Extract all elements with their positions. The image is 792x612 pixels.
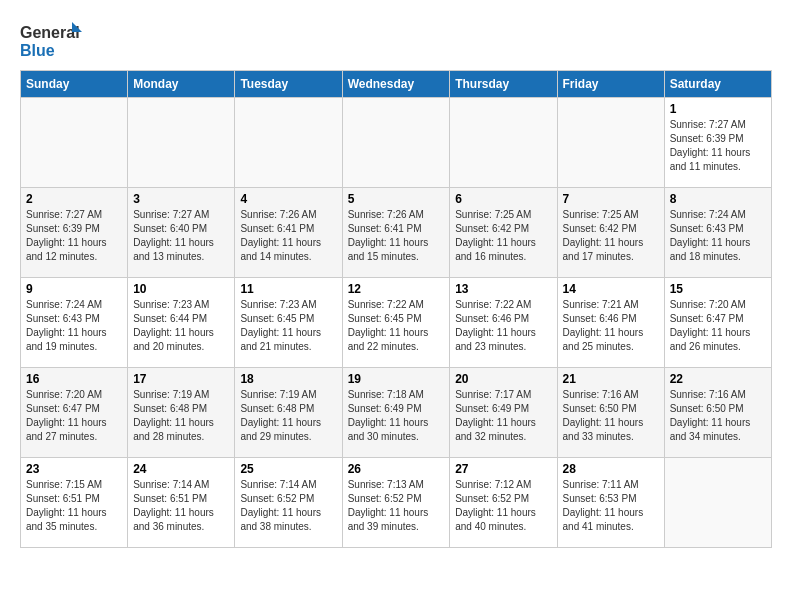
day-number: 11 xyxy=(240,282,336,296)
col-header-tuesday: Tuesday xyxy=(235,71,342,98)
calendar-cell: 19Sunrise: 7:18 AM Sunset: 6:49 PM Dayli… xyxy=(342,368,450,458)
calendar-cell: 15Sunrise: 7:20 AM Sunset: 6:47 PM Dayli… xyxy=(664,278,771,368)
day-info: Sunrise: 7:14 AM Sunset: 6:51 PM Dayligh… xyxy=(133,478,229,534)
calendar-cell: 24Sunrise: 7:14 AM Sunset: 6:51 PM Dayli… xyxy=(128,458,235,548)
day-info: Sunrise: 7:18 AM Sunset: 6:49 PM Dayligh… xyxy=(348,388,445,444)
day-number: 4 xyxy=(240,192,336,206)
calendar-cell xyxy=(235,98,342,188)
calendar-cell: 28Sunrise: 7:11 AM Sunset: 6:53 PM Dayli… xyxy=(557,458,664,548)
col-header-sunday: Sunday xyxy=(21,71,128,98)
day-info: Sunrise: 7:23 AM Sunset: 6:44 PM Dayligh… xyxy=(133,298,229,354)
day-info: Sunrise: 7:22 AM Sunset: 6:46 PM Dayligh… xyxy=(455,298,551,354)
day-number: 22 xyxy=(670,372,766,386)
calendar-cell: 13Sunrise: 7:22 AM Sunset: 6:46 PM Dayli… xyxy=(450,278,557,368)
svg-text:General: General xyxy=(20,24,80,41)
calendar-cell: 25Sunrise: 7:14 AM Sunset: 6:52 PM Dayli… xyxy=(235,458,342,548)
day-info: Sunrise: 7:25 AM Sunset: 6:42 PM Dayligh… xyxy=(455,208,551,264)
day-number: 28 xyxy=(563,462,659,476)
calendar-cell xyxy=(342,98,450,188)
calendar-cell: 14Sunrise: 7:21 AM Sunset: 6:46 PM Dayli… xyxy=(557,278,664,368)
calendar-cell xyxy=(557,98,664,188)
day-number: 15 xyxy=(670,282,766,296)
day-info: Sunrise: 7:13 AM Sunset: 6:52 PM Dayligh… xyxy=(348,478,445,534)
day-info: Sunrise: 7:12 AM Sunset: 6:52 PM Dayligh… xyxy=(455,478,551,534)
calendar-cell: 16Sunrise: 7:20 AM Sunset: 6:47 PM Dayli… xyxy=(21,368,128,458)
day-info: Sunrise: 7:26 AM Sunset: 6:41 PM Dayligh… xyxy=(348,208,445,264)
day-info: Sunrise: 7:21 AM Sunset: 6:46 PM Dayligh… xyxy=(563,298,659,354)
day-number: 20 xyxy=(455,372,551,386)
day-number: 7 xyxy=(563,192,659,206)
calendar-cell: 18Sunrise: 7:19 AM Sunset: 6:48 PM Dayli… xyxy=(235,368,342,458)
calendar-cell: 17Sunrise: 7:19 AM Sunset: 6:48 PM Dayli… xyxy=(128,368,235,458)
day-info: Sunrise: 7:22 AM Sunset: 6:45 PM Dayligh… xyxy=(348,298,445,354)
day-info: Sunrise: 7:11 AM Sunset: 6:53 PM Dayligh… xyxy=(563,478,659,534)
calendar-cell: 6Sunrise: 7:25 AM Sunset: 6:42 PM Daylig… xyxy=(450,188,557,278)
col-header-friday: Friday xyxy=(557,71,664,98)
calendar-cell: 20Sunrise: 7:17 AM Sunset: 6:49 PM Dayli… xyxy=(450,368,557,458)
calendar-week-5: 23Sunrise: 7:15 AM Sunset: 6:51 PM Dayli… xyxy=(21,458,772,548)
day-number: 9 xyxy=(26,282,122,296)
day-info: Sunrise: 7:24 AM Sunset: 6:43 PM Dayligh… xyxy=(670,208,766,264)
day-info: Sunrise: 7:16 AM Sunset: 6:50 PM Dayligh… xyxy=(563,388,659,444)
day-info: Sunrise: 7:25 AM Sunset: 6:42 PM Dayligh… xyxy=(563,208,659,264)
day-number: 23 xyxy=(26,462,122,476)
day-info: Sunrise: 7:16 AM Sunset: 6:50 PM Dayligh… xyxy=(670,388,766,444)
day-info: Sunrise: 7:27 AM Sunset: 6:39 PM Dayligh… xyxy=(26,208,122,264)
day-number: 27 xyxy=(455,462,551,476)
col-header-wednesday: Wednesday xyxy=(342,71,450,98)
calendar-cell: 21Sunrise: 7:16 AM Sunset: 6:50 PM Dayli… xyxy=(557,368,664,458)
calendar-cell: 12Sunrise: 7:22 AM Sunset: 6:45 PM Dayli… xyxy=(342,278,450,368)
day-number: 10 xyxy=(133,282,229,296)
calendar-cell: 10Sunrise: 7:23 AM Sunset: 6:44 PM Dayli… xyxy=(128,278,235,368)
day-number: 21 xyxy=(563,372,659,386)
calendar-cell: 23Sunrise: 7:15 AM Sunset: 6:51 PM Dayli… xyxy=(21,458,128,548)
day-number: 14 xyxy=(563,282,659,296)
day-info: Sunrise: 7:19 AM Sunset: 6:48 PM Dayligh… xyxy=(240,388,336,444)
day-number: 13 xyxy=(455,282,551,296)
calendar-cell xyxy=(664,458,771,548)
col-header-thursday: Thursday xyxy=(450,71,557,98)
calendar-week-2: 2Sunrise: 7:27 AM Sunset: 6:39 PM Daylig… xyxy=(21,188,772,278)
svg-text:Blue: Blue xyxy=(20,42,55,59)
calendar-header-row: SundayMondayTuesdayWednesdayThursdayFrid… xyxy=(21,71,772,98)
day-number: 8 xyxy=(670,192,766,206)
day-info: Sunrise: 7:23 AM Sunset: 6:45 PM Dayligh… xyxy=(240,298,336,354)
calendar-cell: 1Sunrise: 7:27 AM Sunset: 6:39 PM Daylig… xyxy=(664,98,771,188)
calendar-week-3: 9Sunrise: 7:24 AM Sunset: 6:43 PM Daylig… xyxy=(21,278,772,368)
day-number: 17 xyxy=(133,372,229,386)
day-info: Sunrise: 7:15 AM Sunset: 6:51 PM Dayligh… xyxy=(26,478,122,534)
calendar-cell: 3Sunrise: 7:27 AM Sunset: 6:40 PM Daylig… xyxy=(128,188,235,278)
day-info: Sunrise: 7:19 AM Sunset: 6:48 PM Dayligh… xyxy=(133,388,229,444)
day-number: 19 xyxy=(348,372,445,386)
day-number: 25 xyxy=(240,462,336,476)
calendar-cell: 27Sunrise: 7:12 AM Sunset: 6:52 PM Dayli… xyxy=(450,458,557,548)
day-number: 24 xyxy=(133,462,229,476)
calendar-cell: 9Sunrise: 7:24 AM Sunset: 6:43 PM Daylig… xyxy=(21,278,128,368)
page-header: GeneralBlue xyxy=(20,20,772,60)
day-number: 16 xyxy=(26,372,122,386)
day-number: 5 xyxy=(348,192,445,206)
day-number: 12 xyxy=(348,282,445,296)
logo: GeneralBlue xyxy=(20,20,90,60)
calendar-cell xyxy=(128,98,235,188)
day-number: 2 xyxy=(26,192,122,206)
day-number: 18 xyxy=(240,372,336,386)
calendar-cell: 2Sunrise: 7:27 AM Sunset: 6:39 PM Daylig… xyxy=(21,188,128,278)
day-number: 26 xyxy=(348,462,445,476)
col-header-saturday: Saturday xyxy=(664,71,771,98)
calendar-cell: 7Sunrise: 7:25 AM Sunset: 6:42 PM Daylig… xyxy=(557,188,664,278)
calendar-cell: 11Sunrise: 7:23 AM Sunset: 6:45 PM Dayli… xyxy=(235,278,342,368)
day-info: Sunrise: 7:14 AM Sunset: 6:52 PM Dayligh… xyxy=(240,478,336,534)
day-info: Sunrise: 7:17 AM Sunset: 6:49 PM Dayligh… xyxy=(455,388,551,444)
day-info: Sunrise: 7:20 AM Sunset: 6:47 PM Dayligh… xyxy=(670,298,766,354)
day-info: Sunrise: 7:24 AM Sunset: 6:43 PM Dayligh… xyxy=(26,298,122,354)
calendar-cell xyxy=(450,98,557,188)
day-info: Sunrise: 7:27 AM Sunset: 6:39 PM Dayligh… xyxy=(670,118,766,174)
day-number: 6 xyxy=(455,192,551,206)
calendar-table: SundayMondayTuesdayWednesdayThursdayFrid… xyxy=(20,70,772,548)
day-info: Sunrise: 7:20 AM Sunset: 6:47 PM Dayligh… xyxy=(26,388,122,444)
calendar-cell: 5Sunrise: 7:26 AM Sunset: 6:41 PM Daylig… xyxy=(342,188,450,278)
calendar-cell: 22Sunrise: 7:16 AM Sunset: 6:50 PM Dayli… xyxy=(664,368,771,458)
day-number: 3 xyxy=(133,192,229,206)
calendar-cell: 4Sunrise: 7:26 AM Sunset: 6:41 PM Daylig… xyxy=(235,188,342,278)
